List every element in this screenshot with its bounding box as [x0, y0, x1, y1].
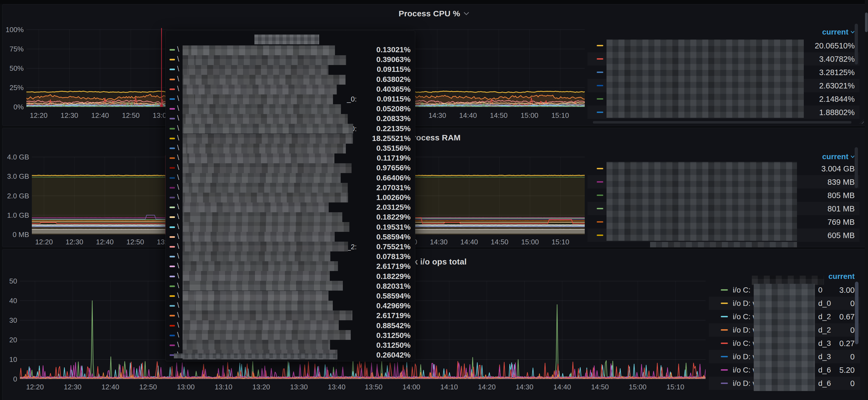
series-color-dash-icon: [169, 157, 175, 159]
legend-series-name-suffix: d_2: [818, 312, 831, 321]
x-axis-tick-label: 15:10: [659, 383, 692, 391]
legend-series-name-suffix: d_0: [818, 299, 831, 308]
tooltip-series-row: \0.63802%: [169, 74, 411, 84]
y-axis-tick-label: 50: [0, 277, 17, 285]
legend-current-value: 801 MB: [828, 204, 855, 213]
tooltip-timestamp-redacted: [254, 35, 319, 44]
tooltip-series-value: 0.39063%: [359, 55, 411, 64]
tooltip-series-value: 0.82031%: [359, 282, 411, 290]
panel-disk-io: disk i/o ops total currenti/o C: 03.00i/…: [2, 249, 866, 400]
tooltip-series-row: \2.03125%: [169, 203, 411, 212]
y-axis-tick-label: 100%: [0, 26, 24, 34]
page-scrollbar-thumb[interactable]: [865, 12, 868, 32]
series-color-dash-icon: [169, 177, 175, 179]
series-color-dash-icon: [721, 329, 728, 331]
legend-current-value: 5.20: [839, 366, 855, 375]
legend-current-value: 3.28125%: [819, 68, 855, 77]
legend-names-redacted: [607, 39, 804, 118]
x-axis-tick-label: 12:50: [115, 111, 147, 119]
tooltip-series-row: \0.09115%: [169, 64, 411, 74]
tooltip-series-row: \0.66406%: [169, 173, 411, 183]
x-axis-tick-label: 13:00: [169, 383, 202, 391]
tooltip-series-value: 0.40365%: [359, 85, 411, 94]
tooltip-series-name-start: \: [177, 45, 179, 54]
legend-header-label: current: [829, 272, 855, 281]
tooltip-series-value: 0.63802%: [359, 75, 411, 84]
tooltip-series-name-start: \: [177, 75, 179, 83]
series-color-dash-icon: [721, 382, 728, 384]
tooltip-series-row: \0.18229%: [169, 272, 411, 281]
tooltip-series-row: \0.18229%: [169, 212, 411, 222]
y-axis-tick-label: 3.0 GB: [2, 172, 29, 180]
legend-current-value: 0: [850, 326, 855, 335]
tooltip-series-value: 0.11719%: [359, 154, 411, 162]
series-color-dash-icon: [597, 221, 603, 223]
tooltip-series-row: \0.35156%: [169, 144, 411, 153]
tooltip-series-name-start: \: [177, 331, 179, 339]
tooltip-series-name-start: \: [177, 144, 179, 152]
series-color-dash-icon: [721, 343, 728, 344]
tooltip-series-name-start: \: [177, 311, 179, 319]
tooltip-series-value: 0.58594%: [359, 292, 411, 300]
tooltip-series-row: \2.61719%: [169, 261, 411, 271]
tooltip-series-name-start: \: [177, 282, 179, 290]
legend-column-header-current[interactable]: current: [822, 152, 855, 161]
tooltip-series-name-start: \: [177, 114, 179, 122]
disk-legend[interactable]: currenti/o C: 03.00i/o D: wd_00i/o C: wd…: [709, 249, 860, 400]
tooltip-series-row: \0.13021%: [169, 45, 411, 55]
series-color-dash-icon: [169, 246, 175, 248]
tooltip-series-row: \0.19531%: [169, 222, 411, 232]
page-scrollbar-track[interactable]: [865, 0, 868, 400]
legend-series-name-suffix: d_3: [818, 339, 831, 348]
tooltip-series-name-start: \: [177, 223, 179, 231]
series-color-dash-icon: [597, 71, 603, 73]
x-axis-tick-label: 14:50: [584, 383, 616, 391]
legend-scrollbar-thumb[interactable]: [855, 24, 858, 64]
y-axis-tick-label: 2.0 GB: [2, 192, 29, 200]
series-color-dash-icon: [169, 276, 175, 277]
series-color-dash-icon: [169, 118, 175, 119]
legend-column-header-current[interactable]: current: [822, 28, 855, 37]
tooltip-series-name-start: \: [177, 203, 179, 211]
series-color-dash-icon: [169, 197, 175, 198]
tooltip-series-row: \0.39063%: [169, 55, 411, 64]
x-axis-tick-label: 13:30: [283, 383, 315, 391]
x-axis-tick-label: 14:50: [483, 238, 516, 246]
legend-column-header-current[interactable]: current: [829, 272, 855, 281]
x-axis-tick-label: 12:50: [119, 238, 152, 246]
series-color-dash-icon: [169, 49, 175, 51]
panel-resize-handle[interactable]: [860, 119, 864, 124]
legend-scrollbar-thumb[interactable]: [855, 147, 858, 188]
legend-horizontal-scrollbar[interactable]: [593, 121, 851, 124]
ram-legend[interactable]: current3.004 GB839 MB805 MB801 MB769 MB6…: [587, 128, 860, 247]
legend-current-value: 0.27: [839, 339, 855, 348]
x-axis-tick-label: 12:30: [58, 238, 91, 246]
tooltip-series-value: 0.22135%: [359, 124, 411, 133]
x-axis-tick-label: 12:30: [53, 111, 86, 119]
cpu-legend[interactable]: current20.06510%3.40782%3.28125%2.63021%…: [587, 5, 860, 125]
x-axis-tick-label: 14:30: [421, 111, 454, 119]
series-color-dash-icon: [169, 256, 175, 257]
x-axis-tick-label: 14:40: [546, 383, 579, 391]
x-axis-tick-label: 14:10: [433, 383, 466, 391]
tooltip-series-value: 0.19531%: [359, 223, 411, 232]
legend-current-value: 0: [850, 299, 855, 308]
series-color-dash-icon: [169, 315, 175, 316]
tooltip-series-value: 0.31250%: [359, 341, 411, 350]
tooltip-series-row: \0.07813%: [169, 252, 411, 261]
series-color-dash-icon: [597, 181, 603, 183]
series-color-dash-icon: [169, 295, 175, 297]
legend-scrollbar-thumb[interactable]: [855, 282, 859, 344]
y-axis-tick-label: 25%: [0, 84, 24, 92]
x-axis-tick-label: 15:10: [544, 238, 577, 246]
series-color-dash-icon: [169, 167, 175, 169]
series-color-dash-icon: [721, 369, 728, 371]
series-color-dash-icon: [597, 208, 603, 209]
legend-series-name-suffix: 0: [818, 286, 823, 295]
tooltip-series-row: \0.31250%: [169, 331, 411, 340]
tooltip-series-list: \0.13021%\0.39063%\0.09115%\0.63802%\0.4…: [169, 45, 411, 361]
tooltip-series-value: 2.61719%: [359, 262, 411, 271]
top-bar: [0, 0, 868, 4]
x-axis-tick-label: 14:00: [395, 383, 428, 391]
legend-current-value: 2.63021%: [819, 81, 855, 90]
